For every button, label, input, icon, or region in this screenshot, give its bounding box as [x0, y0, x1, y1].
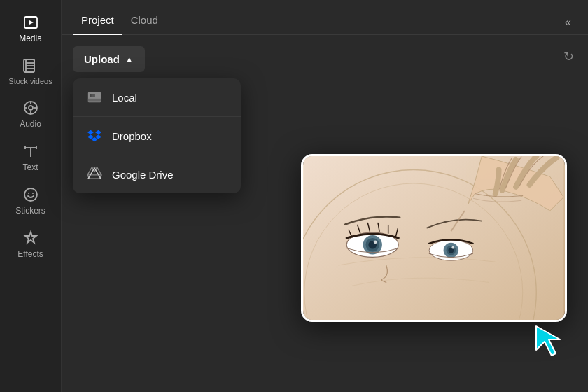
- collapse-panel-button[interactable]: «: [559, 13, 577, 31]
- sidebar-item-audio[interactable]: Audio: [0, 92, 61, 136]
- text-icon: [22, 143, 39, 160]
- audio-icon: [22, 99, 39, 116]
- sidebar-item-media[interactable]: Media: [0, 7, 61, 50]
- google-drive-icon: [87, 167, 102, 182]
- effects-icon: [22, 230, 39, 246]
- stock-videos-icon: [22, 57, 39, 74]
- svg-rect-23: [88, 99, 101, 102]
- preview-card: [301, 154, 567, 322]
- cursor-arrow: [531, 321, 566, 356]
- dropdown-item-label: Local: [112, 92, 137, 104]
- svg-marker-20: [25, 232, 36, 243]
- svg-point-33: [374, 240, 377, 244]
- sidebar-item-label: Effects: [18, 249, 43, 259]
- sidebar-item-text[interactable]: Text: [0, 136, 61, 179]
- cursor-icon: [531, 321, 566, 356]
- preview-card-image: [303, 156, 565, 320]
- sidebar-item-stickers[interactable]: Stickers: [0, 179, 61, 223]
- dropdown-item-local[interactable]: Local: [73, 78, 241, 117]
- sidebar-item-label: Stock videos: [8, 77, 52, 85]
- sidebar-item-effects[interactable]: Effects: [0, 223, 61, 266]
- tabs-row: Project Cloud «: [62, 0, 588, 35]
- svg-point-44: [451, 246, 454, 249]
- app-container: Media Stock videos Audio: [0, 0, 588, 392]
- dropdown-item-dropbox[interactable]: Dropbox: [73, 117, 241, 155]
- sidebar-item-label: Audio: [20, 119, 41, 129]
- dropdown-item-label: Dropbox: [112, 130, 152, 142]
- sidebar-item-stock-videos[interactable]: Stock videos: [0, 50, 61, 92]
- svg-rect-24: [90, 94, 92, 97]
- svg-marker-1: [29, 20, 34, 24]
- upload-area: Upload ▲ ↻: [62, 35, 588, 83]
- upload-dropdown-menu: Local Dropbox: [73, 78, 241, 193]
- refresh-button[interactable]: ↻: [561, 46, 577, 67]
- svg-point-17: [24, 188, 37, 201]
- dropdown-item-label: Google Drive: [112, 169, 174, 181]
- sketch-illustration: [303, 156, 565, 320]
- sidebar-item-label: Stickers: [15, 206, 46, 216]
- dropbox-icon: [87, 128, 102, 144]
- svg-marker-46: [536, 326, 560, 356]
- sidebar-item-label: Media: [19, 34, 42, 43]
- local-icon: [87, 90, 102, 105]
- stickers-icon: [22, 186, 39, 203]
- upload-dropdown-button[interactable]: Upload ▲: [73, 46, 145, 72]
- svg-point-19: [32, 192, 34, 194]
- svg-point-8: [29, 106, 33, 110]
- tab-project[interactable]: Project: [73, 10, 122, 34]
- dropdown-item-google-drive[interactable]: Google Drive: [73, 155, 241, 193]
- sidebar-item-label: Text: [22, 162, 38, 172]
- svg-marker-25: [88, 168, 101, 179]
- svg-point-18: [28, 192, 29, 194]
- media-icon: [22, 14, 39, 31]
- tab-cloud[interactable]: Cloud: [122, 10, 167, 34]
- sidebar: Media Stock videos Audio: [0, 0, 62, 392]
